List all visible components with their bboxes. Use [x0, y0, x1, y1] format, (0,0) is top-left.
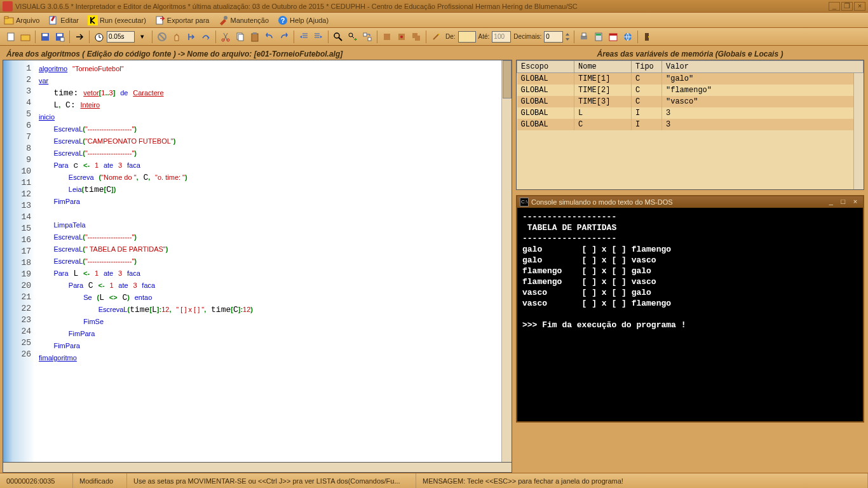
svg-rect-9	[8, 33, 14, 41]
console-body[interactable]: ------------------- TABELA DE PARTIDAS -…	[517, 208, 863, 421]
new-button[interactable]	[4, 30, 18, 44]
console-window: C:\ Console simulando o modo texto do MS…	[516, 195, 864, 423]
minimize-button[interactable]: _	[829, 2, 840, 11]
menu-exportar[interactable]: Exportar para	[155, 15, 210, 25]
restore-button[interactable]: ❐	[841, 2, 853, 11]
cut-button[interactable]	[219, 30, 233, 44]
cell-nome: L	[574, 107, 632, 119]
calendar-button[interactable]	[606, 30, 620, 44]
svg-rect-35	[363, 33, 367, 36]
timer-button[interactable]	[92, 30, 106, 44]
findnext-button[interactable]	[346, 30, 360, 44]
dec-spin[interactable]	[564, 30, 571, 44]
toolbar: ▾ De: Até: Decimais:	[0, 28, 868, 46]
print-button[interactable]	[577, 30, 591, 44]
svg-rect-36	[368, 37, 371, 41]
editor-hscrollbar[interactable]	[3, 463, 512, 473]
svg-text:?: ?	[281, 17, 285, 24]
cell-tipo: C	[632, 96, 662, 107]
table-row[interactable]: GLOBALTIME[3]C"vasco"	[517, 96, 864, 107]
svg-rect-37	[384, 34, 390, 40]
col-nome[interactable]: Nome	[574, 61, 632, 73]
cell-nome: TIME[2]	[574, 85, 632, 96]
cell-valor: "galo"	[662, 73, 864, 85]
table-row[interactable]: GLOBALTIME[1]C"galo"	[517, 73, 864, 85]
status-pos: 00000026:0035	[0, 473, 73, 488]
replace-button[interactable]	[360, 30, 374, 44]
editor-vscrollbar[interactable]	[501, 60, 512, 462]
dec-input[interactable]	[544, 31, 563, 43]
code-editor[interactable]: 1234567891011121314151617181920212223242…	[3, 60, 512, 463]
col-escopo[interactable]: Escopo	[517, 61, 574, 73]
calc-button[interactable]	[592, 30, 606, 44]
globe-button[interactable]	[621, 30, 635, 44]
step-button[interactable]	[184, 30, 198, 44]
ate-input[interactable]	[492, 31, 511, 43]
nosign-button[interactable]	[155, 30, 169, 44]
undo-button[interactable]	[262, 30, 276, 44]
status-mod: Modificado	[73, 473, 127, 488]
table-row[interactable]: GLOBALTIME[2]C"flamengo"	[517, 85, 864, 96]
shortcut-button[interactable]	[72, 30, 86, 44]
cell-escopo: GLOBAL	[517, 119, 574, 130]
status-msg: MENSAGEM: Tecle <<ESC>> para fechar a ja…	[416, 473, 868, 488]
redo-button[interactable]	[277, 30, 291, 44]
cell-tipo: C	[632, 73, 662, 85]
svg-point-39	[400, 36, 403, 38]
cell-nome: TIME[1]	[574, 73, 632, 85]
vars-table: Escopo Nome Tipo Valor GLOBALTIME[1]C"ga…	[516, 60, 864, 190]
dec-label: Decimais:	[513, 33, 541, 40]
table-row[interactable]: GLOBALCI3	[517, 119, 864, 130]
find-button[interactable]	[331, 30, 345, 44]
dropdown-icon[interactable]: ▾	[135, 30, 149, 44]
cell-valor: "vasco"	[662, 96, 864, 107]
speed-input[interactable]	[107, 31, 135, 43]
console-max-button[interactable]: □	[838, 198, 848, 207]
wand-button[interactable]	[429, 30, 443, 44]
hand-button[interactable]	[170, 30, 184, 44]
menu-manutencao[interactable]: Manutenção	[218, 15, 269, 25]
bookmark2-button[interactable]	[409, 30, 423, 44]
close-button[interactable]: ×	[854, 2, 865, 11]
breakpoint-button[interactable]	[380, 30, 394, 44]
edit-icon	[48, 15, 58, 25]
editor-title: Área dos algoritmos ( Edição do código f…	[3, 48, 512, 60]
cell-valor: "flamengo"	[662, 85, 864, 96]
cell-valor: 3	[662, 107, 864, 119]
de-input[interactable]	[458, 31, 476, 43]
console-titlebar[interactable]: C:\ Console simulando o modo texto do MS…	[517, 196, 863, 208]
console-close-button[interactable]: ×	[850, 198, 860, 207]
console-min-button[interactable]: _	[826, 198, 836, 207]
menu-arquivo[interactable]: Arquivo	[4, 15, 39, 25]
vars-title: Áreas das variáveis de memória (Globais …	[516, 48, 864, 60]
table-row[interactable]: GLOBALLI3	[517, 107, 864, 119]
de-label: De:	[445, 33, 456, 40]
indent-left-button[interactable]	[297, 30, 311, 44]
paste-button[interactable]	[248, 30, 262, 44]
cell-escopo: GLOBAL	[517, 107, 574, 119]
folder-icon	[4, 15, 14, 25]
svg-rect-44	[582, 33, 586, 36]
vars-vscrollbar[interactable]	[853, 73, 864, 189]
menu-help[interactable]: ?Help (Ajuda)	[278, 15, 329, 25]
exit-button[interactable]	[641, 30, 654, 44]
export-icon	[155, 15, 165, 25]
stepover-button[interactable]	[199, 30, 213, 44]
open-button[interactable]	[18, 30, 32, 44]
app-icon	[3, 1, 13, 11]
col-tipo[interactable]: Tipo	[632, 61, 662, 73]
cell-escopo: GLOBAL	[517, 73, 574, 85]
copy-button[interactable]	[233, 30, 247, 44]
code-content[interactable]: algoritmo "TorneioFutebol" var time: vet…	[35, 60, 512, 462]
col-valor[interactable]: Valor	[662, 61, 864, 73]
svg-rect-48	[609, 34, 617, 36]
indent-right-button[interactable]	[311, 30, 325, 44]
menu-editar[interactable]: Editar	[48, 15, 79, 25]
bookmark-button[interactable]	[395, 30, 409, 44]
menu-run[interactable]: Run (executar)	[88, 15, 146, 25]
titlebar: VISUALG 3.0.6.5 * Interpretador e Editor…	[0, 0, 868, 13]
save-button[interactable]	[38, 30, 52, 44]
svg-line-32	[339, 37, 342, 41]
run-icon	[88, 15, 98, 25]
saveas-button[interactable]	[53, 30, 67, 44]
